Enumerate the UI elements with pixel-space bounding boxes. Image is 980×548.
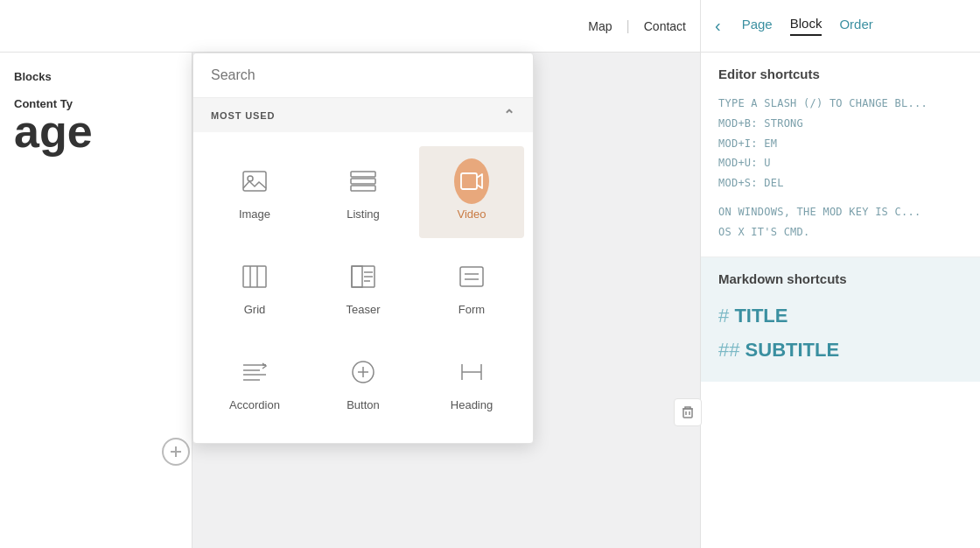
markdown-h1-hash: # bbox=[718, 305, 729, 327]
listing-icon bbox=[346, 164, 381, 199]
nav-item-contact[interactable]: Contact bbox=[644, 19, 686, 33]
markdown-h2-hash: ## bbox=[718, 339, 739, 361]
search-area bbox=[193, 53, 533, 98]
svg-rect-5 bbox=[243, 172, 266, 191]
block-label-listing: Listing bbox=[346, 207, 380, 221]
block-item-form[interactable]: Form bbox=[419, 242, 524, 334]
svg-rect-8 bbox=[351, 179, 375, 184]
form-icon bbox=[454, 259, 489, 294]
section-label: MOST USED bbox=[211, 110, 275, 121]
shortcut-em: MOD+I: EM bbox=[718, 134, 962, 154]
collapse-icon[interactable]: ⌃ bbox=[503, 107, 515, 123]
tab-page[interactable]: Page bbox=[742, 17, 773, 35]
block-label-video: Video bbox=[457, 207, 486, 221]
shortcut-del: MOD+S: DEL bbox=[718, 173, 962, 193]
shortcut-slash: TYPE A SLASH (/) TO CHANGE BL... bbox=[718, 94, 962, 114]
image-icon bbox=[237, 164, 272, 199]
block-label-image: Image bbox=[239, 207, 270, 221]
block-item-video[interactable]: Video bbox=[419, 146, 524, 238]
search-input[interactable] bbox=[211, 67, 515, 83]
button-icon bbox=[346, 355, 381, 390]
shortcut-windows: ON WINDOWS, THE MOD KEY IS C... bbox=[718, 202, 962, 222]
block-label-form: Form bbox=[458, 303, 485, 316]
markdown-h1: # TITLE bbox=[718, 299, 962, 334]
svg-rect-2 bbox=[683, 409, 692, 418]
teaser-icon bbox=[346, 259, 381, 294]
tab-order[interactable]: Order bbox=[839, 17, 872, 35]
tab-back-button[interactable]: ‹ bbox=[715, 16, 721, 36]
section-header: MOST USED ⌃ bbox=[193, 98, 533, 132]
svg-rect-9 bbox=[351, 186, 375, 191]
page-heading: age bbox=[0, 105, 93, 158]
right-panel-tabs: ‹ Page Block Order bbox=[701, 0, 980, 53]
markdown-h2-text: SUBTITLE bbox=[746, 339, 840, 361]
svg-point-6 bbox=[248, 176, 253, 181]
block-label-teaser: Teaser bbox=[346, 303, 380, 316]
shortcut-underline: MOD+U: U bbox=[718, 153, 962, 173]
shortcut-osx: OS X IT'S CMD. bbox=[718, 222, 962, 242]
nav-divider: | bbox=[626, 18, 630, 34]
block-picker-dropdown: MOST USED ⌃ Image Listing bbox=[192, 53, 534, 444]
tab-block[interactable]: Block bbox=[790, 16, 822, 36]
add-block-button[interactable] bbox=[162, 438, 190, 466]
grid-icon bbox=[237, 259, 272, 294]
block-label-heading: Heading bbox=[451, 398, 493, 411]
svg-rect-15 bbox=[352, 266, 362, 287]
block-item-teaser[interactable]: Teaser bbox=[311, 242, 416, 334]
svg-rect-7 bbox=[351, 172, 375, 177]
video-icon bbox=[454, 164, 489, 199]
svg-rect-10 bbox=[461, 173, 477, 189]
block-item-heading[interactable]: Heading bbox=[419, 337, 524, 429]
editor-shortcuts-section: Editor shortcuts TYPE A SLASH (/) TO CHA… bbox=[701, 53, 980, 257]
right-panel: ‹ Page Block Order Editor shortcuts TYPE… bbox=[700, 0, 980, 548]
markdown-h2: ## SUBTITLE bbox=[718, 333, 962, 368]
block-item-accordion[interactable]: Accordion bbox=[202, 337, 307, 429]
block-item-image[interactable]: Image bbox=[202, 146, 307, 238]
markdown-h1-text: TITLE bbox=[734, 305, 788, 327]
blocks-grid: Image Listing Video bbox=[193, 132, 533, 443]
svg-rect-11 bbox=[243, 266, 266, 287]
markdown-shortcuts-title: Markdown shortcuts bbox=[718, 271, 962, 286]
accordion-icon bbox=[237, 355, 272, 390]
block-item-listing[interactable]: Listing bbox=[311, 146, 416, 238]
markdown-shortcuts-section: Markdown shortcuts # TITLE ## SUBTITLE bbox=[701, 257, 980, 382]
block-label-grid: Grid bbox=[244, 303, 266, 316]
block-label-button: Button bbox=[346, 398, 380, 411]
toolbar-blocks[interactable]: Blocks bbox=[0, 63, 192, 90]
block-label-accordion: Accordion bbox=[229, 398, 280, 411]
nav-item-map[interactable]: Map bbox=[588, 19, 612, 33]
shortcut-bold: MOD+B: STRONG bbox=[718, 114, 962, 134]
heading-icon bbox=[454, 355, 489, 390]
delete-block-button[interactable] bbox=[674, 398, 702, 426]
svg-rect-19 bbox=[460, 267, 483, 286]
top-nav: Map | Contact bbox=[0, 0, 700, 53]
editor-shortcuts-title: Editor shortcuts bbox=[718, 67, 962, 81]
block-item-button[interactable]: Button bbox=[311, 337, 416, 429]
block-item-grid[interactable]: Grid bbox=[202, 242, 307, 334]
